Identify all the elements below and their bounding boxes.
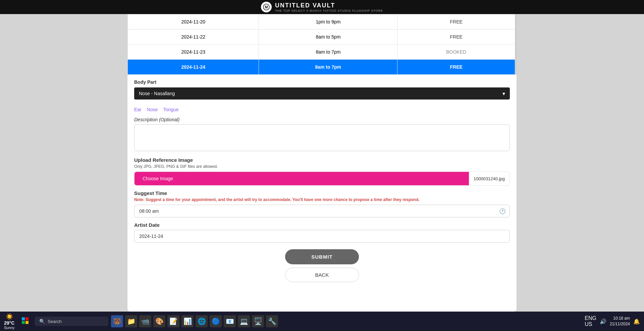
table-row[interactable]: 2024-11-201pm to 9pmFREE xyxy=(128,14,515,29)
table-cell-date: 2024-11-22 xyxy=(128,29,259,45)
taskbar-app-powerpoint[interactable]: 📊 xyxy=(181,315,194,327)
taskbar-app-icons: 🐻 📁 📹 🎨 📝 📊 🌐 🔵 📧 💻 🖥️ xyxy=(111,315,278,327)
taskbar-clock: 10:18 am xyxy=(610,316,630,321)
taskbar-app-word[interactable]: 📝 xyxy=(167,315,179,327)
search-icon: 🔍 xyxy=(39,319,45,324)
svg-text:M: M xyxy=(265,5,268,9)
taskbar-app-edge[interactable]: 🔵 xyxy=(210,315,222,327)
upload-hint: Only JPG, JPEG, PNG & GIF files are allo… xyxy=(134,164,510,169)
taskbar-notification[interactable]: 🔔 xyxy=(633,318,640,325)
upload-section: Upload Reference Image Only JPG, JPEG, P… xyxy=(127,157,517,190)
upload-file-name: 1000031240.jpg xyxy=(469,176,509,181)
submit-button[interactable]: SUBMIT xyxy=(285,249,359,264)
weather-temp: 29°C xyxy=(4,320,14,326)
clock-icon: 🕐 xyxy=(499,208,506,214)
quick-links: Ear Nose Tongue xyxy=(127,104,517,117)
date-table: 2024-11-201pm to 9pmFREE2024-11-228am to… xyxy=(127,14,515,75)
taskbar-volume-icon[interactable]: 🔊 xyxy=(600,318,606,325)
svg-rect-4 xyxy=(22,321,25,324)
time-input[interactable] xyxy=(134,205,510,217)
body-part-select-wrapper: Nose - Nasallang Ear Tongue xyxy=(134,87,510,100)
suggest-note-prefix: Note: xyxy=(134,197,145,202)
header: M UNTITLED VAULT THE TOP SELECT X BUHAY … xyxy=(0,0,644,14)
table-cell-time: 8am to 5pm xyxy=(259,29,397,45)
artist-date-section: Artist Date xyxy=(127,222,517,249)
weather-icon: ☀️ xyxy=(6,313,13,320)
time-input-wrapper: 🕐 xyxy=(134,205,510,217)
artist-date-label: Artist Date xyxy=(134,222,510,228)
taskbar-app-browser[interactable]: 🐻 xyxy=(111,315,123,327)
header-logo: M UNTITLED VAULT THE TOP SELECT X BUHAY … xyxy=(261,2,383,12)
taskbar-app-video[interactable]: 📹 xyxy=(139,315,151,327)
table-cell-status: FREE xyxy=(397,29,515,45)
table-cell-status: BOOKED xyxy=(397,45,515,60)
table-cell-time: 8am to 7pm xyxy=(259,45,397,60)
taskbar-app-misc[interactable]: 🔧 xyxy=(266,315,278,327)
taskbar-app-remote[interactable]: 🖥️ xyxy=(252,315,264,327)
table-cell-status: FREE xyxy=(397,60,515,75)
taskbar-app-files[interactable]: 📁 xyxy=(125,315,137,327)
suggest-time-label: Suggest Time xyxy=(134,190,510,196)
body-part-select[interactable]: Nose - Nasallang Ear Tongue xyxy=(134,87,510,100)
description-label: Description (Optional) xyxy=(127,117,517,124)
upload-input-wrapper: Choose Image 1000031240.jpg xyxy=(134,172,510,186)
table-row[interactable]: 2024-11-238am to 7pmBOOKED xyxy=(128,45,515,60)
quick-link-ear[interactable]: Ear xyxy=(134,107,142,112)
artist-date-input[interactable] xyxy=(134,230,510,243)
header-subtitle: THE TOP SELECT X BUHAY TATTOO STUDIO FLA… xyxy=(275,9,383,12)
description-section: Description (Optional) xyxy=(127,117,517,157)
back-button[interactable]: BACK xyxy=(285,268,359,282)
quick-link-nose[interactable]: Nose xyxy=(147,107,158,112)
date-table-wrapper: 2024-11-201pm to 9pmFREE2024-11-228am to… xyxy=(127,14,517,75)
table-row[interactable]: 2024-11-228am to 5pmFREE xyxy=(128,29,515,45)
logo-icon: M xyxy=(261,2,272,12)
header-title: UNTITLED VAULT xyxy=(275,2,383,9)
button-section: SUBMIT BACK xyxy=(127,249,517,292)
taskbar-weather: ☀️ 29°C Sunny xyxy=(4,313,14,330)
table-cell-status: FREE xyxy=(397,14,515,29)
taskbar-right: ENG US 🔊 10:18 am 21/11/2024 🔔 xyxy=(585,315,640,327)
taskbar-language: ENG US xyxy=(585,315,596,327)
table-cell-date: 2024-11-23 xyxy=(128,45,259,60)
suggest-note-text: Suggest a time for your appointment, and… xyxy=(146,197,420,202)
quick-link-tongue[interactable]: Tongue xyxy=(163,107,178,112)
svg-rect-5 xyxy=(25,321,29,324)
taskbar: ☀️ 29°C Sunny 🔍 Search 🐻 📁 📹 🎨 📝 xyxy=(0,312,644,331)
taskbar-app-outlook[interactable]: 📧 xyxy=(224,315,236,327)
taskbar-time: 10:18 am 21/11/2024 xyxy=(610,316,630,327)
table-cell-time: 8am to 7pm xyxy=(259,60,397,75)
choose-image-button[interactable]: Choose Image xyxy=(135,172,469,185)
suggest-time-note: Note: Suggest a time for your appointmen… xyxy=(134,197,510,202)
body-part-label: Body Part xyxy=(134,79,510,85)
svg-rect-2 xyxy=(22,317,25,320)
table-cell-date: 2024-11-20 xyxy=(128,14,259,29)
suggest-time-section: Suggest Time Note: Suggest a time for yo… xyxy=(127,190,517,222)
table-row[interactable]: 2024-11-248am to 7pmFREE xyxy=(128,60,515,75)
main-container: 2024-11-201pm to 9pmFREE2024-11-228am to… xyxy=(127,14,517,312)
start-button[interactable] xyxy=(18,315,32,328)
table-cell-date: 2024-11-24 xyxy=(128,60,259,75)
search-text: Search xyxy=(48,319,61,324)
taskbar-search[interactable]: 🔍 Search xyxy=(35,317,108,326)
taskbar-app-chrome[interactable]: 🌐 xyxy=(196,315,208,327)
upload-label: Upload Reference Image xyxy=(134,157,510,163)
taskbar-app-colorwheel[interactable]: 🎨 xyxy=(153,315,165,327)
scroll-container[interactable]: 2024-11-201pm to 9pmFREE2024-11-228am to… xyxy=(127,14,517,312)
table-cell-time: 1pm to 9pm xyxy=(259,14,397,29)
description-textarea[interactable] xyxy=(134,124,510,151)
taskbar-app-vscode[interactable]: 💻 xyxy=(238,315,250,327)
taskbar-date: 21/11/2024 xyxy=(610,321,630,327)
svg-rect-3 xyxy=(25,317,29,320)
body-part-section: Body Part Nose - Nasallang Ear Tongue xyxy=(127,75,517,104)
weather-condition: Sunny xyxy=(4,326,14,330)
